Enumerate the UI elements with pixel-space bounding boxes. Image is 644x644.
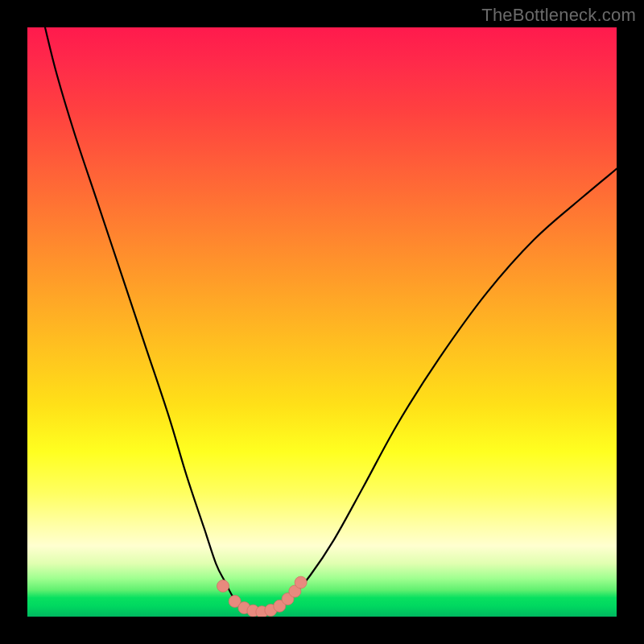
chart-marker	[289, 585, 301, 597]
chart-marker	[238, 602, 250, 614]
chart-marker	[282, 593, 294, 605]
chart-marker	[265, 604, 277, 616]
curve-left-path	[45, 27, 242, 606]
watermark-text: TheBottleneck.com	[481, 5, 636, 26]
chart-curve	[45, 27, 617, 612]
chart-frame: TheBottleneck.com	[0, 0, 644, 644]
chart-marker	[295, 576, 307, 588]
chart-svg	[27, 27, 617, 617]
chart-marker	[247, 605, 259, 617]
chart-markers	[217, 576, 308, 617]
curve-right-path	[281, 169, 617, 606]
chart-marker	[256, 606, 268, 617]
curve-bottom-path	[242, 606, 281, 612]
chart-marker	[274, 600, 286, 612]
chart-marker	[229, 595, 241, 607]
chart-marker	[217, 580, 229, 592]
chart-plot-area	[27, 27, 617, 617]
